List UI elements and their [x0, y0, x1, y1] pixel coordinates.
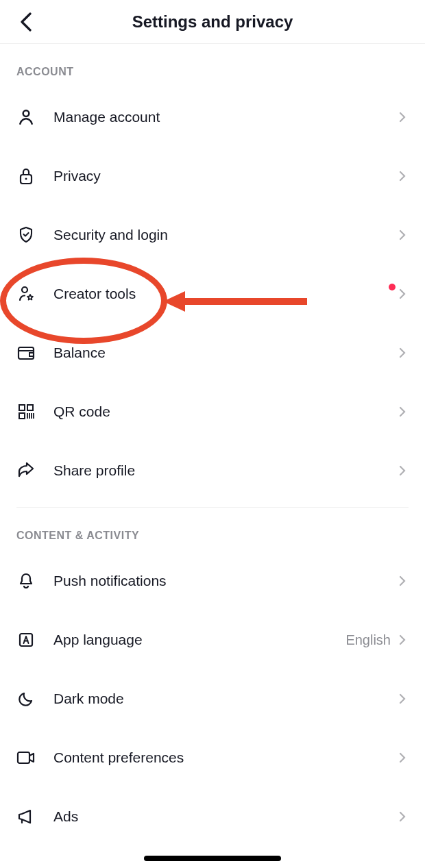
chevron-right-icon: [399, 110, 409, 124]
svg-rect-7: [27, 405, 33, 410]
item-qr-code[interactable]: QR code: [0, 382, 425, 441]
item-app-language[interactable]: App language English: [0, 610, 425, 669]
item-label: Creator tools: [53, 286, 392, 302]
item-security[interactable]: Security and login: [0, 206, 425, 264]
qr-code-icon: [16, 402, 36, 421]
chevron-right-icon: [399, 346, 409, 360]
item-label: Manage account: [53, 109, 399, 125]
item-creator-tools[interactable]: Creator tools: [0, 264, 425, 323]
item-label: Content preferences: [53, 749, 399, 766]
megaphone-icon: [16, 807, 36, 826]
svg-rect-10: [18, 752, 29, 763]
item-label: Ads: [53, 808, 399, 825]
chevron-right-icon: [399, 405, 409, 419]
item-dark-mode[interactable]: Dark mode: [0, 669, 425, 728]
person-icon: [16, 108, 36, 127]
bell-icon: [16, 571, 36, 591]
chevron-right-icon: [399, 751, 409, 765]
back-button[interactable]: [14, 10, 38, 34]
item-label: Balance: [53, 345, 399, 361]
svg-rect-9: [20, 634, 32, 646]
chevron-right-icon: [399, 464, 409, 478]
svg-rect-5: [29, 353, 34, 356]
chevron-left-icon: [18, 12, 34, 32]
item-content-preferences[interactable]: Content preferences: [0, 728, 425, 787]
item-ads[interactable]: Ads: [0, 787, 425, 846]
item-label: Share profile: [53, 462, 399, 479]
chevron-right-icon: [399, 633, 409, 647]
chevron-right-icon: [399, 810, 409, 823]
item-push-notifications[interactable]: Push notifications: [0, 551, 425, 610]
moon-icon: [16, 689, 36, 708]
item-manage-account[interactable]: Manage account: [0, 88, 425, 147]
item-label: App language: [53, 632, 345, 648]
chevron-right-icon: [399, 287, 409, 301]
svg-rect-6: [19, 405, 25, 410]
item-privacy[interactable]: Privacy: [0, 147, 425, 206]
item-label: QR code: [53, 404, 399, 420]
lock-icon: [16, 166, 36, 186]
chevron-right-icon: [399, 169, 409, 183]
svg-point-3: [22, 287, 27, 293]
wallet-icon: [16, 343, 36, 362]
share-arrow-icon: [16, 461, 36, 480]
notification-dot-icon: [389, 284, 396, 290]
svg-rect-8: [19, 413, 25, 419]
item-label: Push notifications: [53, 573, 399, 589]
item-value: English: [345, 632, 391, 648]
language-icon: [16, 630, 36, 649]
chevron-right-icon: [399, 228, 409, 242]
video-camera-icon: [16, 748, 36, 767]
item-share-profile[interactable]: Share profile: [0, 441, 425, 500]
person-star-icon: [16, 284, 36, 303]
item-label: Privacy: [53, 168, 399, 184]
home-indicator: [144, 856, 281, 861]
chevron-right-icon: [399, 574, 409, 588]
svg-point-0: [23, 110, 29, 116]
chevron-right-icon: [399, 692, 409, 706]
item-label: Security and login: [53, 227, 399, 243]
svg-point-2: [25, 178, 27, 180]
item-label: Dark mode: [53, 691, 399, 707]
section-header-content: CONTENT & ACTIVITY: [0, 508, 425, 551]
section-header-account: ACCOUNT: [0, 44, 425, 88]
page-title: Settings and privacy: [132, 12, 293, 32]
shield-icon: [16, 225, 36, 245]
header-bar: Settings and privacy: [0, 0, 425, 44]
item-balance[interactable]: Balance: [0, 323, 425, 382]
